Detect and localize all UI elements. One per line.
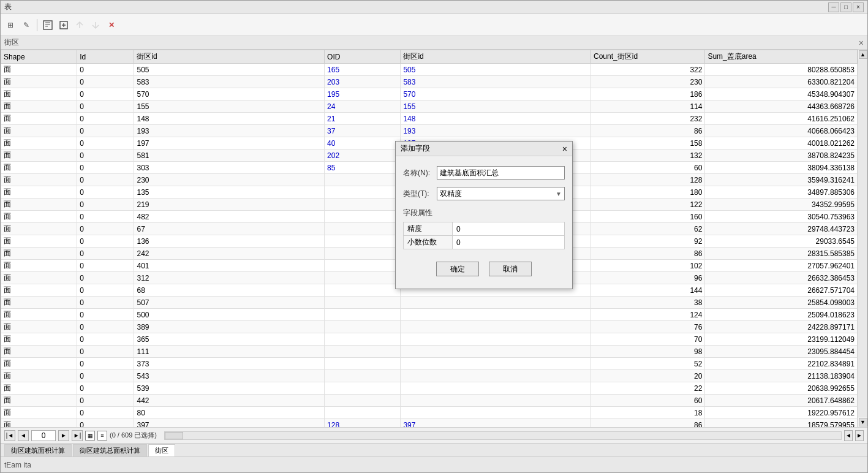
table-cell: 63300.821204 [705,76,858,88]
table-cell: 197 [134,137,325,149]
table-cell: 38 [591,297,705,309]
table-cell: 面 [1,272,77,284]
table-view-icon[interactable]: ▦ [85,431,95,441]
chevron-down-icon: ▼ [556,191,562,197]
table-cell: 38708.824235 [705,149,858,162]
toolbar-btn-1[interactable]: ⊞ [3,18,18,32]
table-cell [325,284,401,297]
scroll-left-btn[interactable]: ◄ [844,430,853,441]
table-cell: 0 [77,88,134,100]
table-cell: 195 [325,88,401,100]
table-cell: 581 [134,149,325,162]
table-cell: 面 [1,174,77,186]
table-cell [325,309,401,321]
table-cell: 96 [591,272,705,284]
status-text: (0 / 609 已选择) [110,431,157,440]
tab-0[interactable]: 街区建筑面积计算 [4,444,72,456]
table-cell [325,370,401,382]
table-cell: 37 [325,125,401,137]
scroll-down-btn[interactable]: ▼ [859,418,867,426]
field-prop-precision-value[interactable]: 0 [453,222,565,236]
table-cell: 面 [1,88,77,100]
dialog-name-input[interactable] [437,166,565,180]
toolbar-btn-2[interactable]: ✎ [19,18,34,32]
table-cell: 面 [1,113,77,125]
nav-first-btn[interactable]: |◄ [4,430,15,441]
dialog-title-text: 添加字段 [401,143,430,154]
table-cell [325,174,401,186]
table-cell [325,186,401,199]
table-cell: 158 [591,137,705,149]
table-cell: 面 [1,395,77,407]
tab-2[interactable]: 街区 [148,444,175,457]
table-cell: 507 [134,297,325,309]
table-cell: 19220.957612 [705,407,858,419]
table-cell: 148 [134,113,325,125]
col-header-jqid1: 街区id [134,50,325,64]
table-cell: 面 [1,76,77,88]
tab-bar: 街区建筑面积计算 街区建筑总面积计算 街区 [1,443,867,456]
nav-next-btn[interactable]: ► [58,430,69,441]
nav-last-btn[interactable]: ►| [72,430,83,441]
field-prop-precision-label: 精度 [404,222,453,236]
table-cell: 60 [591,395,705,407]
vertical-scrollbar[interactable]: ▲ ▼ [858,50,867,427]
table-header-bar: 街区 × [1,36,867,50]
field-prop-decimal-value[interactable]: 0 [453,236,565,249]
table-row: 面05392220638.992655 [1,382,858,395]
table-list-icon[interactable]: ≡ [97,431,107,441]
table-cell: 0 [77,284,134,297]
toolbar-btn-4[interactable] [56,18,71,32]
scroll-thumb[interactable] [165,432,183,439]
scroll-up-btn[interactable]: ▲ [859,50,867,59]
tab-1[interactable]: 街区建筑总面积计算 [73,444,147,456]
table-cell: 0 [77,162,134,174]
dialog-type-select[interactable]: 双精度 ▼ [437,187,565,200]
dialog-confirm-btn[interactable]: 确定 [436,262,479,276]
table-cell: 505 [134,64,325,76]
status-bar: |◄ ◄ 0 ► ►| ▦ ≡ (0 / 609 已选择) ◄ ► [1,427,867,443]
table-cell: 242 [134,248,325,260]
table-cell: 20 [591,370,705,382]
table-cell: 25854.098003 [705,297,858,309]
dialog-close-btn[interactable]: × [562,144,567,154]
table-cell: 148 [401,113,591,125]
close-button[interactable]: × [853,2,864,12]
table-cell: 186 [591,88,705,100]
table-cell: 面 [1,321,77,333]
table-cell [325,199,401,211]
field-properties-section: 字段属性 精度 0 小数位数 0 [403,208,565,249]
table-cell: 40 [325,137,401,149]
dialog-cancel-btn[interactable]: 取消 [489,262,532,276]
nav-prev-btn[interactable]: ◄ [18,430,29,441]
table-cell: 0 [77,100,134,113]
table-cell: 132 [591,149,705,162]
table-cell [401,333,591,346]
table-cell: 203 [325,76,401,88]
table-cell: 面 [1,297,77,309]
table-cell: 29033.6545 [705,235,858,248]
record-number-input[interactable]: 0 [31,430,56,441]
col-header-oid: OID [325,50,401,64]
minimize-button[interactable]: ─ [828,2,839,12]
table-cell: 面 [1,370,77,382]
scroll-track[interactable] [858,59,867,417]
table-cell: 322 [591,64,705,76]
toolbar-btn-3[interactable] [40,18,55,32]
dialog-title-bar: 添加字段 × [396,142,572,156]
table-cell [401,309,591,321]
table-cell: 20617.648862 [705,395,858,407]
horizontal-scrollbar[interactable] [164,431,842,440]
table-cell: 389 [134,321,325,333]
maximize-button[interactable]: □ [840,2,851,12]
toolbar-sep-1 [37,19,37,31]
table-cell: 25094.018623 [705,309,858,321]
table-cell: 40018.021262 [705,137,858,149]
table-cell: 0 [77,297,134,309]
scroll-right-btn[interactable]: ► [855,430,864,441]
table-cell: 85 [325,162,401,174]
table-cell: 232 [591,113,705,125]
toolbar-btn-close[interactable]: ✕ [104,18,119,32]
table-cell: 124 [591,309,705,321]
table-close-btn[interactable]: × [859,38,864,48]
